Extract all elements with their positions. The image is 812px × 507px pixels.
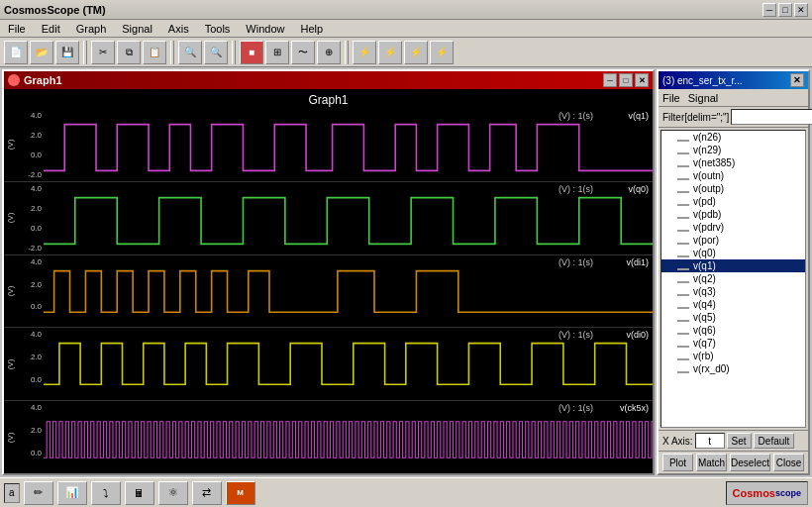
right-title-bar: (3) enc_ser_tx_r... ✕ — [659, 71, 808, 89]
menu-bar: File Edit Graph Signal Axis Tools Window… — [0, 20, 812, 38]
toolbar-zoom-out[interactable]: 🔍 — [204, 41, 228, 64]
signal-panel-di0: 4.0 2.0 0.0 (V) v(di0) (V) : 1(s) — [4, 328, 653, 401]
list-item[interactable]: v(q5) — [661, 311, 805, 324]
menu-help[interactable]: Help — [296, 22, 327, 36]
right-title: (3) enc_ser_tx_r... — [662, 75, 790, 86]
list-item-selected[interactable]: v(q1) — [661, 259, 805, 272]
list-item[interactable]: v(por) — [661, 234, 805, 247]
match-button[interactable]: Match — [696, 454, 727, 471]
right-menu-signal[interactable]: Signal — [688, 92, 719, 104]
toolbar-sep1 — [83, 41, 87, 64]
bottom-btn-row: Plot Match Deselect Close — [659, 451, 808, 473]
graph-minimize[interactable]: ─ — [603, 73, 617, 87]
graph-maximize[interactable]: □ — [619, 73, 633, 87]
bottom-calc[interactable]: 🖩 — [125, 481, 154, 505]
right-panel: (3) enc_ser_tx_r... ✕ File Signal Filter… — [657, 69, 810, 475]
signal-panel-ck5x: 4.0 2.0 0.0 (V) v(ck5x) (V) : 1(s) — [4, 401, 653, 473]
signal-di1-canvas: v(di1) (V) : 1(s) — [44, 255, 653, 328]
graph-close[interactable]: ✕ — [635, 73, 649, 87]
bottom-atom[interactable]: ⚛ — [158, 481, 188, 505]
list-item[interactable]: v(q6) — [661, 324, 805, 337]
list-item[interactable]: v(rb) — [661, 350, 805, 362]
bottom-toolbar: a ✏ 📊 ⤵ 🖩 ⚛ ⇄ M Cosmosscope — [0, 477, 812, 507]
list-item[interactable]: v(q7) — [661, 337, 805, 350]
toolbar-cut[interactable]: ✂ — [91, 41, 115, 64]
toolbar-grid[interactable]: ⊞ — [265, 41, 289, 64]
list-item[interactable]: v(pd) — [661, 195, 805, 208]
list-item[interactable]: v(net385) — [661, 156, 805, 169]
deselect-button[interactable]: Deselect — [730, 454, 770, 471]
plot-button[interactable]: Plot — [662, 454, 693, 471]
signal-list[interactable]: v(n26) v(n29) v(net385) v(outn) v(outp) … — [660, 130, 806, 428]
toolbar-extra4[interactable]: ⚡ — [430, 41, 454, 64]
list-item[interactable]: v(pdb) — [661, 208, 805, 221]
graph-window: Graph1 ─ □ ✕ Graph1 4.0 2.0 0.0 -2.0 — [2, 69, 655, 475]
menu-signal[interactable]: Signal — [118, 22, 156, 36]
bottom-arrow[interactable]: ⤵ — [91, 481, 121, 505]
toolbar-paste[interactable]: 📋 — [143, 41, 166, 64]
graph-win-buttons: ─ □ ✕ — [603, 73, 649, 87]
bottom-matlab[interactable]: M — [226, 481, 255, 505]
menu-edit[interactable]: Edit — [38, 22, 64, 36]
list-item[interactable]: v(q4) — [661, 298, 805, 311]
signal-di0-waveform — [44, 328, 653, 400]
bottom-chart[interactable]: 📊 — [57, 481, 87, 505]
maximize-button[interactable]: □ — [778, 3, 792, 17]
graph-title-bar: Graph1 ─ □ ✕ — [4, 71, 653, 89]
right-menu-file[interactable]: File — [662, 92, 680, 104]
main-area: Graph1 ─ □ ✕ Graph1 4.0 2.0 0.0 -2.0 — [0, 67, 812, 477]
right-close-button[interactable]: ✕ — [790, 73, 804, 87]
list-item[interactable]: v(outp) — [661, 182, 805, 195]
toolbar-color[interactable]: ■ — [240, 41, 263, 64]
signal-di0-unit: (V) — [6, 358, 15, 369]
close-button[interactable]: ✕ — [794, 3, 808, 17]
set-button[interactable]: Set — [727, 433, 752, 449]
list-item[interactable]: v(n29) — [661, 144, 805, 156]
signal-q0-waveform — [44, 182, 653, 254]
signal-di0-canvas: v(di0) (V) : 1(s) — [44, 328, 653, 400]
toolbar-open[interactable]: 📂 — [30, 41, 53, 64]
toolbar-zoom-in[interactable]: 🔍 — [178, 41, 202, 64]
title-bar-buttons: ─ □ ✕ — [762, 3, 808, 17]
list-item[interactable]: v(rx_d0) — [661, 362, 805, 375]
toolbar-new[interactable]: 📄 — [4, 41, 28, 64]
signal-q1-waveform — [44, 109, 653, 181]
signals-area: 4.0 2.0 0.0 -2.0 (V) v(q1) (V) : 1(s) — [4, 89, 653, 473]
graph-content[interactable]: Graph1 4.0 2.0 0.0 -2.0 (V) v(q1) (V) : … — [4, 89, 653, 473]
app-title-bar: CosmosScope (TM) ─ □ ✕ — [0, 0, 812, 20]
bottom-pencil[interactable]: ✏ — [24, 481, 53, 505]
list-item[interactable]: v(pdrv) — [661, 221, 805, 234]
axis-row: X Axis: Set Default — [659, 430, 808, 451]
menu-file[interactable]: File — [4, 22, 30, 36]
list-item[interactable]: v(outn) — [661, 169, 805, 182]
list-item[interactable]: v(n26) — [661, 131, 805, 144]
toolbar-sep3 — [232, 41, 236, 64]
default-button[interactable]: Default — [754, 433, 795, 449]
toolbar-sep2 — [170, 41, 174, 64]
list-item[interactable]: v(q3) — [661, 285, 805, 298]
list-item[interactable]: v(q0) — [661, 247, 805, 259]
close-signals-button[interactable]: Close — [773, 454, 804, 471]
toolbar-measure[interactable]: ⊕ — [317, 41, 341, 64]
menu-graph[interactable]: Graph — [72, 22, 111, 36]
graph-label: Graph1 — [308, 93, 348, 107]
signal-ck5x-canvas: v(ck5x) (V) : 1(s) — [44, 401, 653, 473]
toolbar-extra1[interactable]: ⚡ — [353, 41, 376, 64]
menu-window[interactable]: Window — [242, 22, 288, 36]
menu-axis[interactable]: Axis — [164, 22, 193, 36]
toolbar-save[interactable]: 💾 — [55, 41, 79, 64]
signal-q1-unit: (V) — [6, 140, 15, 151]
filter-input[interactable] — [731, 109, 812, 125]
toolbar-extra3[interactable]: ⚡ — [404, 41, 428, 64]
menu-tools[interactable]: Tools — [201, 22, 235, 36]
signal-panel-q0: 4.0 2.0 0.0 -2.0 (V) v(q0) (V) : 1(s) — [4, 182, 653, 255]
logo-text: Cosmos — [733, 487, 775, 499]
toolbar-signal[interactable]: 〜 — [291, 41, 315, 64]
toolbar-copy[interactable]: ⧉ — [117, 41, 141, 64]
bottom-flow[interactable]: ⇄ — [192, 481, 222, 505]
toolbar-extra2[interactable]: ⚡ — [378, 41, 402, 64]
axis-input[interactable] — [695, 433, 725, 449]
list-item[interactable]: v(q2) — [661, 272, 805, 285]
minimize-button[interactable]: ─ — [762, 3, 776, 17]
signal-q0-canvas: v(q0) (V) : 1(s) — [44, 182, 653, 254]
